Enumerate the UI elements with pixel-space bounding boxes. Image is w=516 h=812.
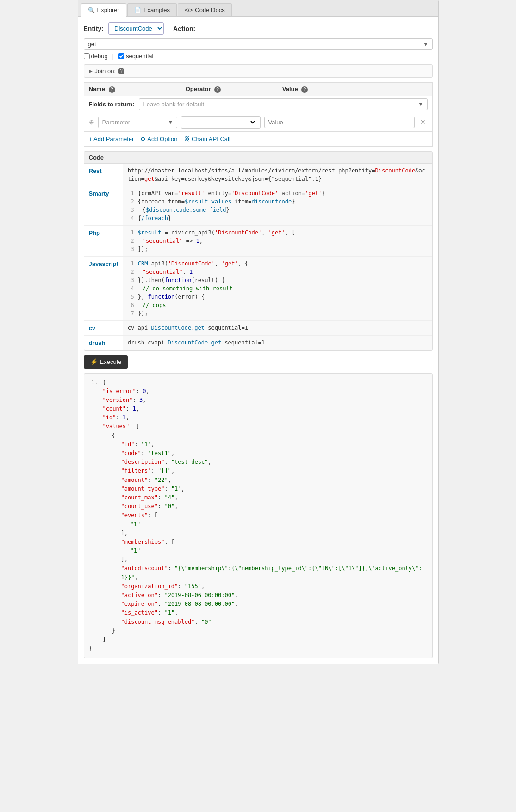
entity-action-row: Entity: DiscountCode Action: bbox=[84, 22, 433, 35]
js-line-2: 2 "sequential": 1 bbox=[128, 268, 428, 276]
join-on-header[interactable]: ▶ Join on: ? bbox=[89, 68, 428, 74]
operator-dropdown[interactable]: = != < > IN NOT IN bbox=[185, 118, 256, 126]
execute-icon: ⚡ bbox=[90, 358, 98, 365]
code-section: Code Rest http://dmaster.localhost/sites… bbox=[84, 151, 433, 351]
code-drush-content: drush cvapi DiscountCode.get sequential=… bbox=[123, 335, 432, 350]
code-drush-row: drush drush cvapi DiscountCode.get seque… bbox=[84, 335, 432, 350]
action-dropdown-arrow[interactable]: ▼ bbox=[423, 42, 429, 47]
code-js-type: Javascript bbox=[84, 256, 123, 320]
code-smarty-content: 1 {crmAPI var='result' entity='DiscountC… bbox=[123, 186, 432, 225]
join-on-help-icon[interactable]: ? bbox=[118, 68, 124, 74]
join-on-arrow: ▶ bbox=[89, 68, 93, 74]
name-header-text: Name bbox=[89, 86, 105, 92]
fields-to-return-arrow[interactable]: ▼ bbox=[418, 101, 423, 107]
add-parameter-label: + Add Parameter bbox=[89, 135, 134, 142]
smarty-line-2: 2 {foreach from=$result.values item=disc… bbox=[128, 197, 428, 206]
code-cv-type: cv bbox=[84, 320, 123, 335]
entity-label: Entity: bbox=[84, 25, 104, 32]
result-body: "is_error": 0, "version": 3, "count": 1,… bbox=[103, 387, 428, 644]
smarty-line-3: 3 {$discountcode.some_field} bbox=[128, 206, 428, 214]
code-smarty-type: Smarty bbox=[84, 186, 123, 225]
debug-checkbox[interactable] bbox=[84, 53, 90, 59]
code-php-row: Php 1 $result = civicrm_api3('DiscountCo… bbox=[84, 225, 432, 256]
execute-button[interactable]: ⚡ Execute bbox=[84, 355, 128, 369]
code-table: Rest http://dmaster.localhost/sites/all/… bbox=[84, 164, 432, 350]
col-operator-header: Operator ? bbox=[186, 86, 282, 93]
entity-dropdown[interactable]: DiscountCode bbox=[108, 22, 164, 35]
js-line-5: 5 }, function(error) { bbox=[128, 293, 428, 301]
code-smarty-row: Smarty 1 {crmAPI var='result' entity='Di… bbox=[84, 186, 432, 225]
result-section: 1. { "is_error": 0, "version": 3, "count… bbox=[84, 373, 433, 658]
code-drush-type: drush bbox=[84, 335, 123, 350]
code-rest-row: Rest http://dmaster.localhost/sites/all/… bbox=[84, 164, 432, 186]
code-js-row: Javascript 1 CRM.api3('DiscountCode', 'g… bbox=[84, 256, 432, 320]
js-line-7: 7 }); bbox=[128, 309, 428, 318]
add-parameter-link[interactable]: + Add Parameter bbox=[89, 135, 134, 142]
operator-header-text: Operator bbox=[186, 86, 211, 92]
operator-select[interactable]: = != < > IN NOT IN bbox=[181, 116, 261, 129]
fields-to-return-row: Fields to return: Leave blank for defaul… bbox=[84, 96, 433, 113]
parameter-dropdown-arrow[interactable]: ▼ bbox=[168, 119, 173, 125]
join-on-section: ▶ Join on: ? bbox=[84, 64, 433, 78]
tab-examples[interactable]: 📄 Examples bbox=[127, 3, 177, 16]
tab-code-docs-label: Code Docs bbox=[195, 6, 224, 13]
debug-label: debug bbox=[91, 53, 108, 60]
code-php-type: Php bbox=[84, 225, 123, 256]
js-line-6: 6 // oops bbox=[128, 301, 428, 309]
parameter-row: ⊕ Parameter ▼ = != < > IN NOT IN ✕ bbox=[84, 113, 433, 132]
code-php-content: 1 $result = civicrm_api3('DiscountCode',… bbox=[123, 225, 432, 256]
examples-icon: 📄 bbox=[134, 7, 141, 13]
tab-code-docs[interactable]: </> Code Docs bbox=[178, 3, 232, 16]
name-help-icon[interactable]: ? bbox=[109, 86, 115, 93]
entity-select[interactable]: DiscountCode bbox=[108, 22, 164, 35]
chain-api-call-link[interactable]: ⛓ Chain API Call bbox=[184, 135, 230, 142]
debug-checkbox-label[interactable]: debug bbox=[84, 53, 108, 60]
execute-label: Execute bbox=[100, 358, 122, 365]
value-header-text: Value bbox=[282, 86, 298, 92]
operator-help-icon[interactable]: ? bbox=[214, 86, 221, 93]
rest-url: http://dmaster.localhost/sites/all/modul… bbox=[128, 167, 425, 182]
col-value-header: Value ? bbox=[282, 86, 428, 93]
separator: | bbox=[112, 53, 114, 60]
code-rest-content: http://dmaster.localhost/sites/all/modul… bbox=[123, 164, 432, 186]
table-header: Name ? Operator ? Value ? bbox=[84, 82, 433, 96]
action-label: Action: bbox=[173, 25, 195, 32]
code-title: Code bbox=[84, 152, 432, 164]
php-line-3: 3 ]); bbox=[128, 245, 428, 253]
tab-explorer-label: Explorer bbox=[97, 6, 119, 13]
sequential-checkbox[interactable] bbox=[118, 53, 124, 59]
php-line-2: 2 'sequential' => 1, bbox=[128, 237, 428, 245]
smarty-line-4: 4 {/foreach} bbox=[128, 214, 428, 222]
bottom-links: + Add Parameter ⚙ Add Option ⛓ Chain API… bbox=[84, 132, 433, 147]
value-input[interactable] bbox=[264, 117, 415, 128]
value-help-icon[interactable]: ? bbox=[301, 86, 308, 93]
tab-explorer[interactable]: 🔍 Explorer bbox=[81, 3, 126, 17]
drag-handle[interactable]: ⊕ bbox=[89, 118, 94, 126]
code-cv-row: cv cv api DiscountCode.get sequential=1 bbox=[84, 320, 432, 335]
code-docs-icon: </> bbox=[185, 7, 193, 13]
js-line-4: 4 // do something with result bbox=[128, 284, 428, 293]
smarty-line-1: 1 {crmAPI var='result' entity='DiscountC… bbox=[128, 189, 428, 197]
parameter-placeholder: Parameter bbox=[102, 119, 168, 126]
sequential-label: sequential bbox=[126, 53, 153, 60]
sequential-checkbox-label[interactable]: sequential bbox=[118, 53, 153, 60]
drush-code: drush cvapi DiscountCode.get sequential=… bbox=[128, 339, 265, 346]
options-row: debug | sequential bbox=[84, 53, 433, 60]
delete-param-button[interactable]: ✕ bbox=[418, 117, 428, 127]
action-value: get bbox=[88, 41, 421, 48]
fields-to-return-placeholder: Leave blank for default bbox=[143, 101, 418, 108]
main-content: Entity: DiscountCode Action: get ▼ debug… bbox=[78, 17, 438, 664]
result-line-1: 1. { bbox=[89, 378, 428, 387]
php-line-1: 1 $result = civicrm_api3('DiscountCode',… bbox=[128, 228, 428, 237]
explorer-icon: 🔍 bbox=[88, 7, 95, 13]
parameter-select[interactable]: Parameter ▼ bbox=[98, 117, 178, 128]
fields-to-return-select[interactable]: Leave blank for default ▼ bbox=[139, 98, 427, 110]
cv-code: cv api DiscountCode.get sequential=1 bbox=[128, 325, 248, 331]
chain-api-call-label: ⛓ Chain API Call bbox=[184, 135, 230, 142]
code-rest-type: Rest bbox=[84, 164, 123, 186]
tab-bar: 🔍 Explorer 📄 Examples </> Code Docs bbox=[78, 0, 438, 17]
add-option-link[interactable]: ⚙ Add Option bbox=[140, 135, 177, 142]
fields-to-return-label: Fields to return: bbox=[89, 101, 135, 108]
action-row[interactable]: get ▼ bbox=[84, 38, 433, 50]
js-line-1: 1 CRM.api3('DiscountCode', 'get', { bbox=[128, 259, 428, 268]
